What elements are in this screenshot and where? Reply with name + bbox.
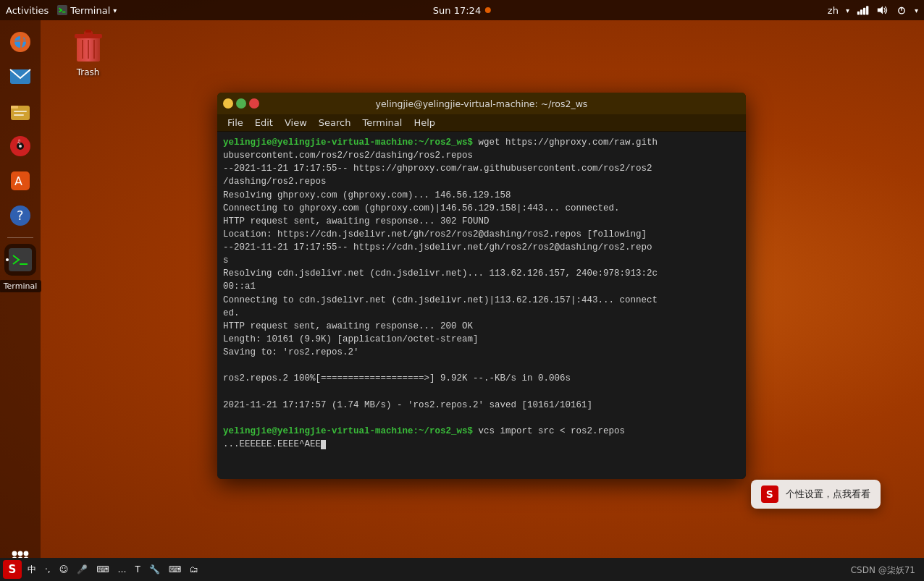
svg-marker-6 [878,6,883,14]
ime-punct[interactable]: ·, [42,563,54,576]
menu-file[interactable]: File [223,116,248,130]
dock-active-dot [6,258,9,261]
terminal-line-12: Saving to: 'ros2.repos.2' [223,346,740,359]
prompt-1: yelingjie@yelingjie-virtual-machine:~/ro… [223,137,473,148]
terminal-line-5: HTTP request sent, awaiting response... … [223,215,740,228]
terminal-menubar: File Edit View Search Terminal Help [217,114,746,132]
dock-item-firefox[interactable] [4,26,36,58]
notification-logo: S [761,485,778,503]
terminal-window-title: yelingjie@yelingjie-virtual-machine: ~/r… [376,98,588,109]
topbar-left: Activities Terminal ▾ [6,5,117,16]
svg-point-27 [18,551,23,556]
terminal-cursor [321,440,326,449]
svg-text:?: ? [17,208,24,223]
terminal-content[interactable]: yelingjie@yelingjie-virtual-machine:~/ro… [217,132,746,479]
menu-help[interactable]: Help [409,116,440,130]
menu-view[interactable]: View [280,116,311,130]
svg-point-18 [19,145,22,148]
maximize-button[interactable] [236,98,246,109]
menu-terminal[interactable]: Terminal [358,116,406,130]
svg-rect-5 [866,6,868,14]
topbar-center: Sun 17:24 [433,5,491,16]
terminal-line-3: Resolving ghproxy.com (ghproxy.com)... 1… [223,189,740,202]
titlebar-controls [223,98,259,109]
terminal-line-progress: ros2.repos.2 100%[===================>] … [223,372,740,385]
terminal-menu-label[interactable]: Terminal [70,5,110,16]
svg-rect-24 [9,248,32,271]
terminal-line-prompt2: yelingjie@yelingjie-virtual-machine:~/ro… [223,425,740,438]
ime-files[interactable]: 🗂 [187,563,201,576]
menu-edit[interactable]: Edit [251,116,277,130]
dock-item-music[interactable]: ♫ [4,130,36,162]
topbar: Activities Terminal ▾ Sun 17:24 zh ▾ [0,0,924,20]
ime-keyboard[interactable]: ⌨ [93,563,112,576]
svg-rect-2 [857,12,860,15]
notification-popup[interactable]: S 个性设置，点我看看 [751,480,881,509]
terminal-line-vcs-out: ...EEEEEE.EEEE^AEE [223,438,740,451]
terminal-app-menu[interactable]: Terminal ▾ [57,5,117,16]
terminal-line-1b: ubusercontent.com/ros2/ros2/dashing/ros2… [223,149,740,162]
terminal-titlebar: yelingjie@yelingjie-virtual-machine: ~/r… [217,93,746,114]
ime-voice[interactable]: 🎤 [74,563,91,576]
recording-dot [485,7,491,13]
trash-label: Trash [77,67,100,77]
svg-rect-13 [11,106,18,109]
terminal-line-9: Connecting to cdn.jsdelivr.net (cdn.jsde… [223,294,740,307]
terminal-line-11: Length: 10161 (9.9K) [application/octet-… [223,333,740,346]
power-icon[interactable] [896,5,907,15]
dock-item-software[interactable]: A [4,165,36,197]
menu-search[interactable]: Search [314,116,356,130]
sound-icon[interactable] [877,5,889,15]
svg-rect-39 [85,30,91,33]
terminal-line-7: --2021-11-21 17:17:55-- https://cdn.jsde… [223,241,740,254]
terminal-line-blank-2 [223,385,740,398]
svg-rect-4 [863,8,865,15]
ime-kb2[interactable]: ⌨ [166,563,184,576]
datetime-label[interactable]: Sun 17:24 [433,5,481,16]
ime-bar: S 中 ·, ☺ 🎤 ⌨ … T 🔧 ⌨ 🗂 CSDN @柒妖71 [0,558,924,581]
svg-text:♫: ♫ [17,139,21,145]
terminal-line-2: --2021-11-21 17:17:55-- https://ghproxy.… [223,162,740,175]
notification-text: 个性设置，点我看看 [786,488,870,499]
minimize-button[interactable] [223,98,233,109]
terminal-icon [57,5,67,15]
trash-desktop-icon[interactable]: Trash [62,24,114,77]
ime-T[interactable]: T [132,563,143,576]
lang-arrow[interactable]: ▾ [846,7,849,14]
cmd-1: wget https://ghproxy.com/raw.gith [479,137,658,148]
terminal-line-blank-3 [223,412,740,425]
ime-logo[interactable]: S [3,560,22,579]
dock-item-email[interactable] [4,61,36,93]
activities-button[interactable]: Activities [6,5,49,16]
ime-emoji[interactable]: ☺ [56,563,72,576]
terminal-line-6: Location: https://cdn.jsdelivr.net/gh/ro… [223,228,740,241]
terminal-line-4: Connecting to ghproxy.com (ghproxy.com)|… [223,202,740,215]
close-button[interactable] [249,98,259,109]
terminal-line-8b: 00::a1 [223,280,740,293]
terminal-line-saved: 2021-11-21 17:17:57 (1.74 MB/s) - 'ros2.… [223,399,740,412]
dock-separator [7,237,33,238]
dock-item-help[interactable]: ? [4,200,36,232]
lang-indicator[interactable]: zh [828,5,839,16]
dock-item-files[interactable] [4,96,36,127]
dock: ♫ A ? [0,20,41,581]
svg-rect-3 [860,9,862,14]
cmd-2: vcs import src < ros2.repos [479,426,626,436]
terminal-line-8: Resolving cdn.jsdelivr.net (cdn.jsdelivr… [223,267,740,280]
network-icon[interactable] [857,5,870,15]
terminal-menu-arrow[interactable]: ▾ [113,7,117,14]
desktop: Activities Terminal ▾ Sun 17:24 zh ▾ [0,0,924,581]
svg-rect-15 [14,114,24,116]
power-arrow[interactable]: ▾ [915,7,918,14]
trash-icon-image [71,24,106,64]
dock-item-terminal[interactable] [4,244,36,276]
ime-cn-en[interactable]: 中 [25,562,39,577]
topbar-right: zh ▾ ▾ [828,5,918,16]
terminal-line-10: HTTP request sent, awaiting response... … [223,320,740,333]
ime-more[interactable]: … [114,563,129,576]
ime-settings[interactable]: 🔧 [146,563,163,576]
svg-text:A: A [14,174,22,188]
svg-point-28 [24,551,29,556]
terminal-line-7b: s [223,254,740,267]
terminal-window: yelingjie@yelingjie-virtual-machine: ~/r… [217,93,746,479]
